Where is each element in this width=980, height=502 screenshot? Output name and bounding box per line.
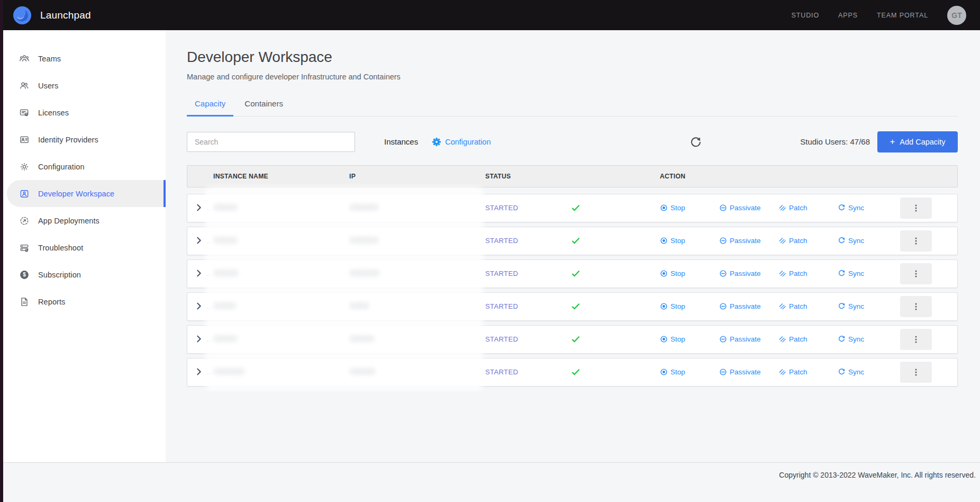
row-menu-button[interactable] [900, 329, 932, 350]
redacted-ip [349, 302, 369, 309]
stop-icon [660, 204, 668, 212]
user-avatar[interactable]: GT [947, 6, 966, 25]
sidebar-item-label: Licenses [38, 109, 69, 117]
main-content: Developer Workspace Manage and configure… [166, 30, 980, 462]
passivate-icon [719, 302, 727, 310]
sidebar-item-identity-providers[interactable]: Identity Providers [0, 126, 166, 153]
nav-team-portal[interactable]: TEAM PORTAL [877, 12, 928, 19]
stop-icon [660, 237, 668, 245]
search-input[interactable] [187, 132, 355, 152]
action-label: Sync [848, 237, 864, 245]
sidebar-item-troubleshoot[interactable]: Troubleshoot [0, 234, 166, 261]
action-label: Sync [848, 368, 864, 376]
configuration-link[interactable]: Configuration [432, 137, 491, 147]
patch-action-link[interactable]: Patch [778, 204, 838, 212]
row-expand-chevron[interactable] [194, 334, 205, 345]
sidebar-item-developer-workspace[interactable]: Developer Workspace [7, 180, 166, 207]
sync-action-link[interactable]: Sync [838, 204, 897, 212]
stop-action-link[interactable]: Stop [660, 204, 719, 212]
sync-icon [838, 270, 846, 277]
stop-action-link[interactable]: Stop [660, 302, 719, 310]
patch-icon [778, 335, 786, 343]
row-expand-chevron[interactable] [194, 236, 205, 246]
row-expand-chevron[interactable] [194, 203, 205, 213]
sidebar-item-label: Reports [38, 298, 65, 306]
row-expand-chevron[interactable] [194, 301, 205, 312]
passivate-action-link[interactable]: Passivate [719, 204, 778, 212]
sidebar-item-configuration[interactable]: Configuration [0, 153, 166, 180]
sidebar-item-teams[interactable]: Teams [0, 45, 166, 72]
row-menu-button[interactable] [900, 263, 932, 284]
patch-action-link[interactable]: Patch [778, 302, 838, 310]
action-label: Stop [670, 270, 685, 277]
passivate-icon [719, 204, 727, 212]
redaction-dots: .. [207, 237, 212, 245]
redacted-ip [349, 204, 379, 211]
brand: Launchpad [13, 6, 91, 25]
patch-action-link[interactable]: Patch [778, 270, 838, 277]
sidebar-item-licenses[interactable]: Licenses [0, 99, 166, 126]
app-deployments-icon [19, 216, 30, 226]
sidebar-item-subscription[interactable]: $ Subscription [0, 261, 166, 288]
action-label: Patch [789, 237, 807, 245]
stop-action-link[interactable]: Stop [660, 270, 719, 277]
redaction-dots: .. [207, 336, 212, 343]
action-label: Passivate [730, 302, 761, 310]
stop-action-link[interactable]: Stop [660, 237, 719, 245]
patch-action-link[interactable]: Patch [778, 368, 838, 376]
redacted-ip [349, 237, 379, 244]
redacted-ip [349, 270, 380, 276]
passivate-action-link[interactable]: Passivate [719, 368, 778, 376]
sync-action-link[interactable]: Sync [838, 368, 897, 376]
patch-action-link[interactable]: Patch [778, 237, 838, 245]
table-body: .. STARTED Stop [187, 194, 958, 387]
row-menu-button[interactable] [900, 362, 932, 383]
top-bar: Launchpad STUDIO APPS TEAM PORTAL GT [0, 0, 980, 30]
sync-action-link[interactable]: Sync [838, 335, 897, 343]
sidebar-item-users[interactable]: Users [0, 72, 166, 99]
passivate-action-link[interactable]: Passivate [719, 302, 778, 310]
passivate-action-link[interactable]: Passivate [719, 335, 778, 343]
sync-action-link[interactable]: Sync [838, 270, 897, 277]
instance-name-cell [213, 203, 349, 213]
toolbar: Instances Configuration [187, 131, 958, 153]
status-cell: STARTED [485, 335, 660, 344]
troubleshoot-icon [19, 243, 30, 253]
chevron-right-icon [194, 203, 204, 212]
add-capacity-button[interactable]: + Add Capacity [877, 131, 958, 153]
table-row: .. STARTED Stop [187, 194, 958, 222]
expander-cell: .. [187, 301, 213, 312]
action-label: Patch [789, 335, 807, 343]
kebab-menu-icon [912, 270, 920, 278]
sync-action-link[interactable]: Sync [838, 302, 897, 310]
tab-containers[interactable]: Containers [237, 99, 291, 116]
row-menu-button[interactable] [900, 230, 932, 252]
kebab-menu-icon [912, 237, 920, 245]
passivate-action-link[interactable]: Passivate [719, 270, 778, 277]
svg-text:$: $ [23, 272, 26, 277]
passivate-icon [719, 368, 727, 376]
chevron-right-icon [194, 301, 204, 311]
sync-action-link[interactable]: Sync [838, 237, 897, 245]
actions-cell: Stop Passivate Patch Sync [660, 329, 957, 350]
row-menu-button[interactable] [900, 296, 932, 317]
action-label: Patch [789, 368, 807, 376]
passivate-action-link[interactable]: Passivate [719, 237, 778, 245]
sidebar-item-label: Developer Workspace [38, 190, 114, 198]
row-expand-chevron[interactable] [194, 268, 205, 279]
patch-action-link[interactable]: Patch [778, 335, 838, 343]
instance-name-cell [213, 335, 349, 344]
row-menu-button[interactable] [900, 198, 932, 219]
table-row: .. STARTED Stop [187, 358, 958, 387]
nav-apps[interactable]: APPS [838, 12, 858, 19]
sidebar-item-app-deployments[interactable]: App Deployments [0, 207, 166, 234]
tab-capacity[interactable]: Capacity [187, 99, 233, 116]
sidebar-item-reports[interactable]: Reports [0, 288, 166, 315]
sync-icon [838, 335, 846, 343]
stop-action-link[interactable]: Stop [660, 368, 719, 376]
nav-studio[interactable]: STUDIO [791, 12, 819, 19]
refresh-button[interactable] [690, 136, 702, 148]
stop-action-link[interactable]: Stop [660, 335, 719, 343]
redaction-dots: .. [207, 303, 212, 310]
row-expand-chevron[interactable] [194, 367, 205, 378]
